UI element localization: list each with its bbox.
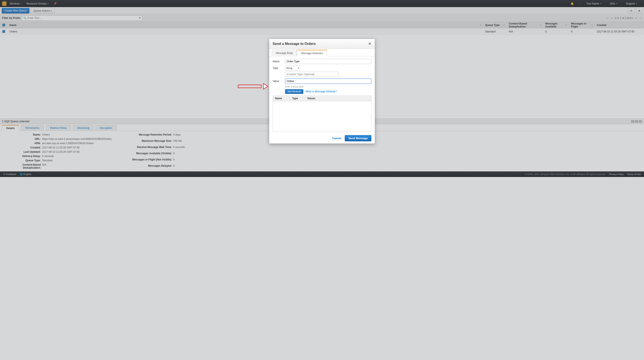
modal-title: Send a Message to Orders [273, 42, 316, 46]
tab-message-body[interactable]: Message Body [272, 50, 297, 56]
send-message-modal: Send a Message to Orders ✕ Message Body … [269, 39, 375, 144]
modal-overlay: Send a Message to Orders ✕ Message Body … [0, 0, 644, 177]
attr-name-input[interactable] [285, 59, 371, 64]
cancel-button[interactable]: Cancel [332, 137, 341, 140]
attributes-table: Name Type Values [273, 96, 371, 131]
send-message-button[interactable]: Send Message [345, 135, 371, 141]
attr-name-label: Name [273, 60, 283, 63]
attr-value-hint: Enter a string value. [285, 86, 371, 88]
close-icon[interactable]: ✕ [368, 42, 371, 46]
attr-value-input[interactable] [285, 79, 371, 84]
annotation-arrow-icon [238, 84, 268, 90]
attr-type-label: Type [273, 66, 283, 70]
help-link[interactable]: What is Message Attribute? [306, 90, 337, 93]
attr-type-select[interactable]: String▾ [285, 66, 300, 71]
attr-custom-type-input[interactable] [285, 72, 339, 77]
attr-col-type: Type [290, 96, 305, 101]
tab-message-attributes[interactable]: Message Attributes [297, 50, 327, 56]
attr-col-values: Values [305, 96, 371, 101]
attr-col-name: Name [273, 96, 290, 101]
add-attribute-button[interactable]: Add Attribute [285, 89, 303, 94]
attr-value-label: Value [273, 80, 283, 83]
